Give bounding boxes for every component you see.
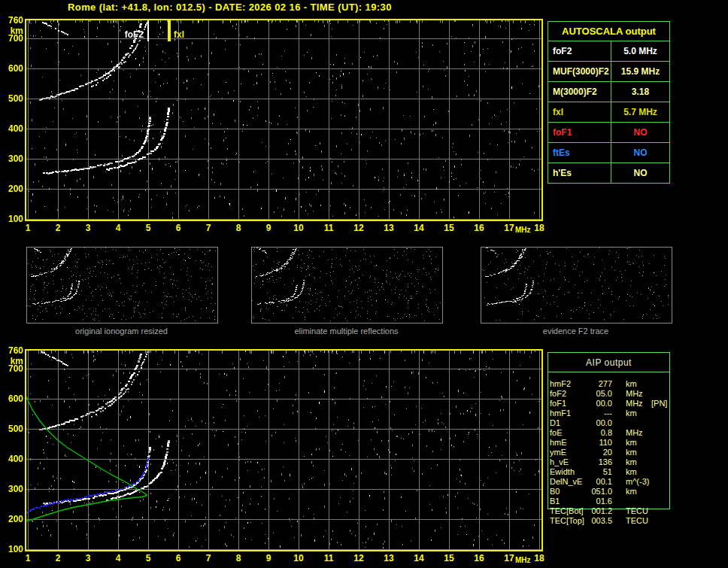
x-tick-label-4-bottom: 4	[111, 553, 126, 563]
x-tick-label-11-top: 11	[321, 223, 336, 233]
bottom-plot-y-tick-label-300: 300	[1, 484, 23, 494]
x-tick-label-3-bottom: 3	[80, 553, 96, 563]
aip-row-value: 05.0	[587, 389, 612, 398]
autoscala-row-value: 15.9 MHz	[611, 62, 669, 81]
aip-row-B0: B0051.0km	[550, 486, 723, 496]
aip-row-unit: TECU	[626, 516, 651, 525]
top-plot-y-tick-label-400: 400	[1, 123, 23, 134]
aip-row-B1: B101.6	[550, 496, 723, 506]
bottom-plot-y-tick-label-760: 760	[1, 345, 23, 356]
autoscala-row-label: MUF(3000)F2	[548, 62, 611, 81]
x-tick-label-1-top: 1	[20, 223, 35, 233]
autoscala-row-value: 3.18	[611, 82, 669, 102]
aip-row-foF1: foF100.0MHz[PN]	[550, 398, 723, 408]
aip-row-value: 051.0	[587, 487, 612, 496]
bottom-ionogram-canvas	[26, 351, 541, 550]
x-tick-label-15-top: 15	[441, 223, 457, 233]
aip-row-label: DelN_vE	[550, 477, 587, 486]
thumbnail-evidence-f2	[481, 247, 672, 323]
aip-row-hmF1: hmF1---km	[550, 408, 723, 418]
x-tick-label-10-top: 10	[291, 223, 306, 233]
aip-row-label: foF1	[550, 399, 587, 408]
thumbnail-caption-original: original ionogram resized	[26, 327, 217, 336]
aip-row-label: hmE	[550, 438, 587, 447]
top-plot-y-tick-label-600: 600	[1, 63, 23, 74]
aip-row-label: ymE	[550, 448, 587, 457]
autoscala-row-ftEs: ftEsNO	[548, 143, 669, 163]
station-title: Rome (lat: +41.8, lon: 012.5) - DATE: 20…	[68, 2, 392, 13]
x-tick-label-6-top: 6	[171, 223, 186, 233]
top-plot-y-tick-label-700: 700	[1, 33, 23, 44]
aip-row-unit: km	[626, 457, 651, 466]
aip-row-label: Ewidth	[550, 467, 587, 476]
bottom-plot-y-tick-label-600: 600	[1, 393, 23, 404]
x-tick-label-5-top: 5	[141, 223, 156, 233]
autoscala-row-fxI: fxI5.7 MHz	[548, 102, 669, 123]
aip-row-label: TEC[Bot]	[550, 506, 587, 515]
aip-row-note: [PN]	[651, 399, 667, 408]
aip-row-unit: km	[626, 448, 651, 457]
x-tick-label-4-top: 4	[111, 223, 126, 233]
x-axis-unit-label-top: MHz	[515, 226, 531, 234]
x-tick-label-7-top: 7	[201, 223, 216, 233]
autoscala-row-value: NO	[611, 143, 669, 163]
aip-row-label: TEC[Top]	[550, 516, 587, 525]
thumbnail-original-ionogram	[26, 247, 218, 323]
aip-row-value: 20	[587, 448, 612, 457]
x-tick-label-12-bottom: 12	[351, 553, 366, 563]
aip-row-value: 110	[587, 438, 612, 447]
autoscala-row-value: 5.7 MHz	[611, 102, 669, 122]
autoscala-row-value: 5.0 MHz	[611, 41, 669, 61]
bottom-plot-y-tick-label-100: 100	[1, 544, 23, 554]
aip-row-ymE: ymE20km	[550, 447, 723, 457]
top-ionogram-canvas	[26, 20, 541, 220]
aip-table-rows: hmF2277kmfoF205.0MHzfoF100.0MHz[PN]hmF1-…	[550, 378, 723, 525]
x-tick-label-16-bottom: 16	[472, 553, 487, 563]
aip-row-value: 136	[587, 457, 612, 466]
x-tick-label-2-top: 2	[50, 223, 65, 233]
x-tick-label-16-top: 16	[472, 223, 487, 233]
aip-row-value: 01.6	[587, 497, 612, 506]
aip-row-TEC[Top]: TEC[Top]003.5TECU	[550, 515, 723, 525]
x-tick-label-12-top: 12	[351, 223, 366, 233]
aip-row-h_vE: h_vE136km	[550, 457, 723, 466]
x-tick-label-1-bottom: 1	[20, 553, 35, 563]
aip-row-label: foE	[550, 428, 587, 437]
aip-row-unit: km	[626, 409, 651, 418]
autoscala-table-rows: foF25.0 MHzMUF(3000)F215.9 MHzM(3000)F23…	[548, 41, 669, 183]
aip-row-TEC[Bot]: TEC[Bot]001.2TECU	[550, 506, 723, 515]
aip-row-value: 003.5	[587, 516, 612, 525]
bottom-plot-y-tick-label-700: 700	[1, 363, 23, 374]
bottom-plot-y-tick-label-200: 200	[1, 514, 23, 524]
top-plot-y-tick-label-200: 200	[1, 184, 23, 194]
aip-row-DelN_vE: DelN_vE00.1m^(-3)	[550, 476, 723, 486]
aip-row-unit: MHz	[626, 428, 651, 437]
foF2-marker-line	[147, 20, 149, 41]
autoscala-row-label: foF2	[548, 41, 611, 61]
aip-row-value: 00.0	[587, 418, 612, 427]
aip-row-value: 00.1	[587, 477, 612, 486]
aip-table-title: AIP output	[548, 353, 669, 372]
aip-row-unit: m^(-3)	[626, 477, 651, 486]
aip-row-label: h_vE	[550, 457, 587, 466]
x-tick-label-13-bottom: 13	[381, 553, 396, 563]
fxI-marker-label: fxI	[174, 29, 184, 40]
aip-row-hmE: hmE110km	[550, 437, 723, 447]
aip-row-label: foF2	[550, 389, 587, 398]
aip-row-foE: foE0.8MHz	[550, 427, 723, 437]
thumbnail-evidence-canvas	[481, 248, 670, 321]
aip-row-foF2: foF205.0MHz	[550, 388, 723, 398]
aip-row-unit: MHz	[626, 399, 651, 408]
thumbnail-caption-eliminate: eliminate multiple reflections	[251, 327, 441, 336]
aip-row-unit: TECU	[626, 506, 651, 515]
aip-row-label: D1	[550, 418, 587, 427]
foF2-marker-label: foF2	[118, 29, 144, 40]
bottom-ionogram-plot	[25, 349, 543, 551]
thumbnail-eliminate-canvas	[252, 248, 441, 321]
aip-row-value: 51	[587, 467, 612, 476]
x-tick-label-14-bottom: 14	[411, 553, 426, 563]
aip-row-unit: km	[626, 438, 651, 447]
x-tick-label-8-top: 8	[231, 223, 246, 233]
bottom-plot-y-tick-label-400: 400	[1, 454, 23, 464]
thumbnail-caption-evidence: evidence F2 trace	[481, 327, 671, 336]
